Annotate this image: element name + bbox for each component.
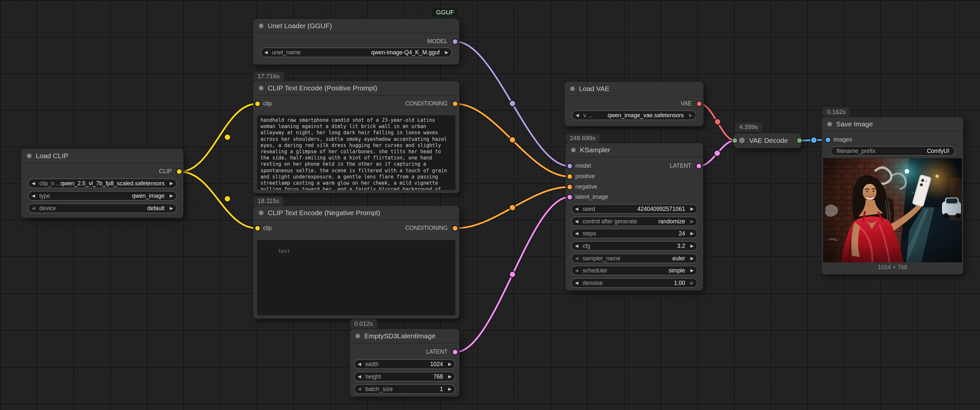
node-header[interactable]: Unet Loader (GGUF) [253, 19, 459, 33]
input-port-model[interactable] [566, 163, 573, 169]
increment-arrow-icon[interactable]: ▶ [687, 241, 694, 251]
decrement-arrow-icon[interactable]: ◀ [575, 229, 582, 238]
widget-value: ComfyUI [875, 148, 949, 154]
decrement-arrow-icon[interactable]: ◀ [575, 204, 582, 214]
input-port-negative[interactable] [566, 184, 573, 190]
input-port-images[interactable] [825, 137, 831, 143]
output-label-latent: LATENT [426, 348, 447, 355]
widget-value: 1 [393, 386, 443, 393]
input-port-clip[interactable] [254, 225, 261, 232]
collapsed-input-port[interactable] [732, 138, 738, 143]
widget-sampler-name[interactable]: ◀ sampler_name euler ▶ [571, 253, 698, 263]
widget-control-after-generate[interactable]: ◀ control after generate randomize ▶ [571, 216, 698, 226]
increment-arrow-icon[interactable]: ▶ [445, 384, 452, 394]
widget-vae-name[interactable]: ◀ v ... qwen_image_vae.safetensors ▶ [572, 110, 696, 120]
widget-value: qwen_image [50, 192, 164, 199]
link-vae-to-decode [700, 104, 735, 140]
widget-denoise[interactable]: ◀ denoise 1.00 ▶ [571, 278, 698, 288]
input-port-clip[interactable] [254, 100, 261, 107]
decrement-arrow-icon[interactable]: ◀ [32, 178, 38, 188]
input-port-positive[interactable] [566, 173, 573, 180]
output-port-latent[interactable] [452, 349, 458, 355]
widget-device[interactable]: ◀ device default ▶ [28, 203, 177, 213]
input-label-latent-image: latent_image [575, 194, 608, 200]
output-port-clip[interactable] [176, 168, 183, 175]
decrement-arrow-icon[interactable]: ◀ [575, 216, 582, 226]
node-status-dot [27, 154, 32, 158]
decrement-arrow-icon[interactable]: ◀ [358, 359, 364, 369]
increment-arrow-icon[interactable]: ▶ [686, 110, 692, 120]
widget-batch-size[interactable]: ◀ batch_size 1 ▶ [354, 384, 455, 394]
widget-filename-prefix[interactable]: filename_prefix ComfyUI [830, 146, 955, 156]
decrement-arrow-icon[interactable]: ◀ [264, 48, 271, 57]
increment-arrow-icon[interactable]: ▶ [687, 216, 694, 226]
widget-value: qwen-image-Q4_K_M.gguf [301, 49, 440, 56]
node-empty-sd3-latent-image[interactable]: 0.012s EmptySD3LatentImage LATENT ◀ widt… [350, 329, 459, 397]
link-model [456, 41, 569, 166]
increment-arrow-icon[interactable]: ▶ [442, 48, 448, 57]
decrement-arrow-icon[interactable]: ◀ [575, 241, 582, 251]
decrement-arrow-icon[interactable]: ◀ [32, 203, 38, 213]
decrement-arrow-icon[interactable]: ◀ [575, 253, 582, 263]
decrement-arrow-icon[interactable]: ◀ [32, 191, 38, 201]
increment-arrow-icon[interactable]: ▶ [167, 203, 173, 213]
node-save-image[interactable]: 0.162s Save Image images filename_prefix… [822, 117, 963, 275]
increment-arrow-icon[interactable]: ▶ [687, 278, 694, 288]
increment-arrow-icon[interactable]: ▶ [167, 191, 173, 201]
node-header[interactable]: CLIP Text Encode (Positive Prompt) [253, 81, 459, 95]
output-port-latent[interactable] [695, 163, 702, 169]
timing-badge: 17.716s [253, 72, 284, 81]
generated-image-preview[interactable] [823, 158, 962, 262]
node-header[interactable]: EmptySD3LatentImage [350, 329, 459, 343]
widget-label: device [39, 205, 56, 212]
widget-clip-name[interactable]: ◀ clip_n ... qwen_2.5_vl_7b_fp8_scaled.s… [28, 178, 177, 188]
node-ksampler[interactable]: 248.699s KSampler model positive negativ… [566, 143, 703, 291]
increment-arrow-icon[interactable]: ▶ [687, 229, 694, 238]
node-clip-text-encode-positive[interactable]: 17.716s CLIP Text Encode (Positive Promp… [253, 81, 459, 193]
output-label-clip: CLIP [159, 168, 172, 175]
widget-value: euler [620, 255, 685, 262]
collapsed-output-port[interactable] [797, 138, 802, 143]
node-header[interactable]: CLIP Text Encode (Negative Prompt) [253, 206, 459, 220]
decrement-arrow-icon[interactable]: ◀ [358, 372, 364, 381]
output-port-model[interactable] [452, 38, 458, 45]
widget-scheduler[interactable]: ◀ scheduler simple ▶ [571, 265, 698, 275]
node-load-clip[interactable]: Load CLIP CLIP ◀ clip_n ... qwen_2.5_vl_… [21, 149, 183, 218]
decrement-arrow-icon[interactable]: ◀ [575, 278, 582, 288]
widget-seed[interactable]: ◀ seed 424040992571061 ▶ [571, 204, 698, 214]
collapse-toggle-circle[interactable] [739, 138, 745, 143]
node-header[interactable]: Save Image [822, 117, 963, 132]
node-unet-loader[interactable]: GGUF Unet Loader (GGUF) MODEL ◀ unet_nam… [253, 19, 459, 65]
decrement-arrow-icon[interactable]: ◀ [575, 265, 582, 275]
widget-steps[interactable]: ◀ steps 24 ▶ [571, 229, 698, 238]
increment-arrow-icon[interactable]: ▶ [167, 178, 173, 188]
node-header[interactable]: KSampler [566, 143, 703, 157]
timing-badge: 0.162s [823, 107, 850, 117]
decrement-arrow-icon[interactable]: ◀ [358, 384, 364, 394]
node-header[interactable]: Load VAE [565, 82, 703, 96]
input-port-latent-image[interactable] [566, 194, 573, 200]
prompt-textarea-empty[interactable]: text [257, 240, 455, 315]
increment-arrow-icon[interactable]: ▶ [445, 359, 452, 369]
increment-arrow-icon[interactable]: ▶ [445, 372, 452, 381]
output-port-conditioning[interactable] [452, 225, 458, 232]
node-clip-text-encode-negative[interactable]: 18.115s CLIP Text Encode (Negative Promp… [253, 206, 459, 319]
node-title: Unet Loader (GGUF) [268, 22, 332, 30]
widget-unet-name[interactable]: ◀ unet_name qwen-image-Q4_K_M.gguf ▶ [261, 48, 452, 57]
node-vae-decode-collapsed[interactable]: 4.399s VAE Decode [734, 133, 801, 148]
prompt-textarea[interactable]: handheld raw smartphone candid shot of a… [257, 115, 455, 190]
widget-type[interactable]: ◀ type qwen_image ▶ [28, 191, 177, 201]
node-graph-canvas[interactable]: GGUF Unet Loader (GGUF) MODEL ◀ unet_nam… [0, 0, 980, 410]
decrement-arrow-icon[interactable]: ◀ [576, 110, 582, 120]
output-label-conditioning: CONDITIONING [405, 100, 447, 107]
widget-height[interactable]: ◀ height 768 ▶ [354, 372, 455, 381]
output-port-conditioning[interactable] [452, 100, 458, 107]
output-port-vae[interactable] [696, 100, 703, 107]
increment-arrow-icon[interactable]: ▶ [687, 265, 694, 275]
node-header[interactable]: Load CLIP [21, 149, 183, 164]
increment-arrow-icon[interactable]: ▶ [687, 253, 694, 263]
widget-width[interactable]: ◀ width 1024 ▶ [354, 359, 455, 369]
node-load-vae[interactable]: Load VAE VAE ◀ v ... qwen_image_vae.safe… [565, 82, 703, 126]
increment-arrow-icon[interactable]: ▶ [687, 204, 694, 214]
widget-cfg[interactable]: ◀ cfg 3.2 ▶ [571, 241, 698, 251]
